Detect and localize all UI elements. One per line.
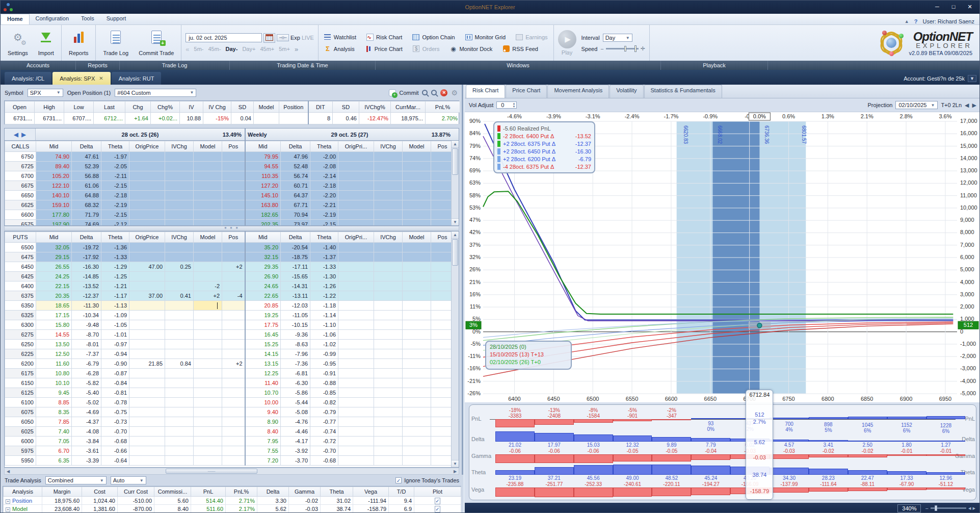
ivchg-cell[interactable] [374,220,403,226]
strike-cell[interactable]: 6700 [5,171,36,181]
time-step-45m-[interactable]: 45m- [208,46,221,52]
pos-cell[interactable] [431,407,454,417]
mid-cell[interactable]: 13.15 [245,359,281,369]
col-delta[interactable]: Delta [72,232,101,243]
theta-cell[interactable]: -0.84 [101,378,129,388]
minimize-button[interactable]: ─ [930,3,945,12]
delta-cell[interactable]: -5.08 [281,407,310,417]
theta-cell[interactable]: -2.21 [310,200,338,210]
origprice-cell[interactable] [129,252,165,262]
model-cell[interactable] [403,446,431,456]
model-cell[interactable] [403,200,431,210]
theta-cell[interactable]: -0.74 [310,427,338,437]
ivchg-cell[interactable] [374,417,403,427]
delta-cell[interactable]: -17.92 [72,252,101,262]
model-cell[interactable] [194,427,222,437]
mid-cell[interactable]: 8.85 [36,398,72,407]
strike-cell[interactable]: 6750 [5,152,36,162]
ivchg-cell[interactable] [165,456,194,466]
theta-cell[interactable]: -1.97 [101,152,129,162]
mid-cell[interactable]: 7.85 [36,417,72,427]
ivchg-cell[interactable] [165,171,194,181]
pos-cell[interactable] [222,349,245,359]
origprice-cell[interactable] [338,301,374,311]
step-forward-fast-icon[interactable]: » [295,45,298,53]
theta-cell[interactable]: -0.81 [101,388,129,398]
mid-cell[interactable]: 79.95 [245,152,281,162]
ivchg-cell[interactable] [165,417,194,427]
pos-cell[interactable]: -4 [222,291,245,301]
settings-button[interactable]: ⚙ Settings [5,28,31,58]
delta-cell[interactable]: -3.92 [281,446,310,456]
col2-delta[interactable]: Delta [281,232,310,243]
model-cell[interactable] [403,320,431,330]
ivchg-cell[interactable] [374,162,403,171]
theta-cell[interactable]: -2.08 [310,162,338,171]
delta-cell[interactable]: -4.37 [72,417,101,427]
col-pos[interactable]: Pos [222,232,245,243]
delta-cell[interactable]: 52.39 [72,162,101,171]
model-cell[interactable] [403,301,431,311]
col2-mid[interactable]: Mid [245,141,281,152]
col2-pos[interactable]: Pos [431,141,454,152]
pos-cell[interactable] [431,210,454,220]
model-cell[interactable] [194,320,222,330]
pos-cell[interactable] [222,152,245,162]
theta-cell[interactable]: -1.13 [101,301,129,311]
mid-cell[interactable]: 35.20 [245,243,281,252]
pos-cell[interactable] [431,311,454,320]
delta-cell[interactable]: -9.48 [72,320,101,330]
origprice-cell[interactable] [338,446,374,456]
ivchg-cell[interactable] [374,369,403,378]
plot-checkbox[interactable]: ✓ [435,498,440,504]
pos-cell[interactable] [222,378,245,388]
mid-cell[interactable]: 127.20 [245,181,281,191]
strike-cell[interactable]: 6000 [5,437,36,446]
model-cell[interactable] [403,369,431,378]
delta-cell[interactable]: -7.96 [281,349,310,359]
strike-cell[interactable]: 6100 [5,398,36,407]
model-cell[interactable] [194,388,222,398]
ivchg-cell[interactable] [374,349,403,359]
pos-cell[interactable] [222,388,245,398]
model-cell[interactable] [403,340,431,349]
theta-cell[interactable]: -1.33 [101,252,129,262]
col-origprice[interactable]: OrigPrice [129,232,165,243]
strike-cell[interactable]: 6150 [5,378,36,388]
ivchg-cell[interactable] [165,311,194,320]
origprice-cell[interactable] [338,181,374,191]
mid-cell[interactable]: 20.85 [245,301,281,311]
ivchg-cell[interactable] [374,427,403,437]
ivchg-cell[interactable] [165,437,194,446]
next-expiration-icon[interactable]: ▶ [21,131,26,138]
strike-cell[interactable]: 6075 [5,407,36,417]
theta-cell[interactable]: -2.15 [101,210,129,220]
delta-cell[interactable]: -10.34 [72,311,101,320]
col2-ivchg[interactable]: IVChg [374,141,403,152]
chart-zoom-slider[interactable]: −◂ ▸ [925,505,975,511]
model-cell[interactable] [194,369,222,378]
pos-cell[interactable] [222,398,245,407]
strike-cell[interactable]: 6275 [5,330,36,340]
pos-cell[interactable] [222,210,245,220]
strike-cell[interactable]: 6200 [5,359,36,369]
theta-cell[interactable]: -0.66 [101,446,129,456]
mid-cell[interactable]: 18.65 [36,301,72,311]
theta-cell[interactable]: -0.95 [310,359,338,369]
ivchg-cell[interactable] [374,340,403,349]
pos-cell[interactable] [222,252,245,262]
theta-cell[interactable]: -0.90 [101,359,129,369]
ivchg-cell[interactable] [165,220,194,226]
theta-cell[interactable]: -2.11 [101,171,129,181]
mid-cell[interactable]: 29.35 [245,262,281,272]
ivchg-cell[interactable] [165,388,194,398]
origprice-cell[interactable] [338,388,374,398]
theta-cell[interactable]: -0.73 [101,417,129,427]
pos-cell[interactable] [222,407,245,417]
theta-cell[interactable]: -0.68 [101,437,129,446]
origprice-cell[interactable] [338,437,374,446]
right-tab-risk-chart[interactable]: Risk Chart [466,85,505,98]
model-cell[interactable] [403,398,431,407]
right-tab-price-chart[interactable]: Price Chart [506,85,547,98]
model-cell[interactable]: -2 [194,281,222,291]
